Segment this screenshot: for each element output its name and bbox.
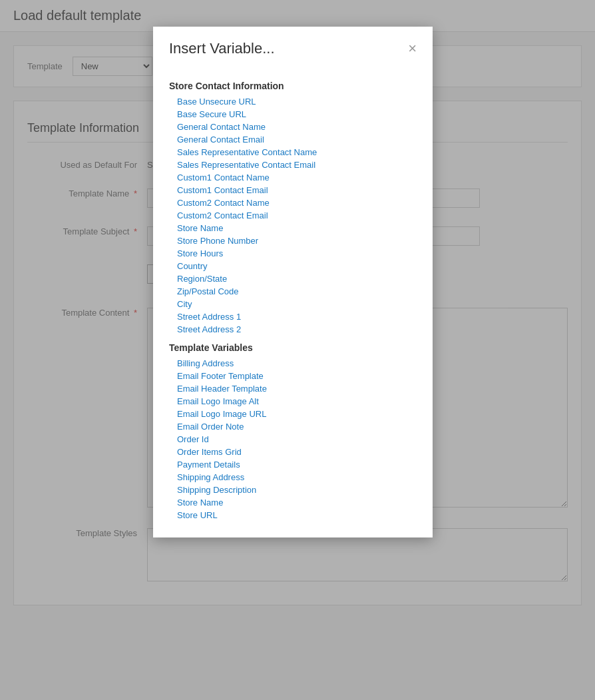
- variable-link[interactable]: City: [169, 298, 417, 310]
- variable-link[interactable]: Email Footer Template: [169, 370, 417, 382]
- variable-link[interactable]: Base Unsecure URL: [169, 95, 417, 108]
- store-contact-items: Base Unsecure URLBase Secure URLGeneral …: [169, 95, 417, 336]
- variable-link[interactable]: Store URL: [169, 509, 417, 522]
- variable-link[interactable]: Base Secure URL: [169, 108, 417, 121]
- variable-link[interactable]: Email Logo Image URL: [169, 408, 417, 420]
- variable-link[interactable]: Region/State: [169, 272, 417, 285]
- template-variables-group-title: Template Variables: [169, 342, 417, 353]
- variable-link[interactable]: Shipping Description: [169, 484, 417, 496]
- variable-link[interactable]: Store Hours: [169, 247, 417, 260]
- variable-link[interactable]: Zip/Postal Code: [169, 285, 417, 298]
- variable-link[interactable]: General Contact Name: [169, 121, 417, 133]
- variable-link[interactable]: Custom1 Contact Email: [169, 184, 417, 196]
- variable-link[interactable]: Sales Representative Contact Name: [169, 146, 417, 159]
- variable-link[interactable]: Custom2 Contact Name: [169, 196, 417, 209]
- variable-link[interactable]: Order Items Grid: [169, 446, 417, 458]
- modal-body: Store Contact Information Base Unsecure …: [153, 67, 433, 537]
- variable-link[interactable]: Email Logo Image Alt: [169, 395, 417, 408]
- variable-link[interactable]: Email Order Note: [169, 420, 417, 433]
- insert-variable-modal: Insert Variable... × Store Contact Infor…: [153, 27, 433, 537]
- variable-link[interactable]: Custom1 Contact Name: [169, 171, 417, 184]
- variable-link[interactable]: Email Header Template: [169, 382, 417, 395]
- variable-link[interactable]: Store Name: [169, 222, 417, 234]
- store-contact-group-title: Store Contact Information: [169, 81, 417, 91]
- page-background: Load default template Template New Load …: [0, 0, 595, 700]
- variable-link[interactable]: Street Address 2: [169, 323, 417, 336]
- variable-link[interactable]: Custom2 Contact Email: [169, 209, 417, 222]
- modal-header: Insert Variable... ×: [153, 27, 433, 67]
- modal-close-button[interactable]: ×: [408, 41, 417, 56]
- variable-link[interactable]: Order Id: [169, 433, 417, 446]
- variable-link[interactable]: Billing Address: [169, 357, 417, 370]
- variable-link[interactable]: Store Phone Number: [169, 234, 417, 247]
- template-variable-items: Billing AddressEmail Footer TemplateEmai…: [169, 357, 417, 522]
- variable-link[interactable]: General Contact Email: [169, 133, 417, 146]
- variable-link[interactable]: Payment Details: [169, 458, 417, 471]
- variable-link[interactable]: Shipping Address: [169, 471, 417, 484]
- variable-link[interactable]: Sales Representative Contact Email: [169, 159, 417, 171]
- variable-link[interactable]: Country: [169, 260, 417, 272]
- variable-link[interactable]: Store Name: [169, 496, 417, 509]
- modal-title: Insert Variable...: [169, 40, 275, 57]
- variable-link[interactable]: Street Address 1: [169, 310, 417, 323]
